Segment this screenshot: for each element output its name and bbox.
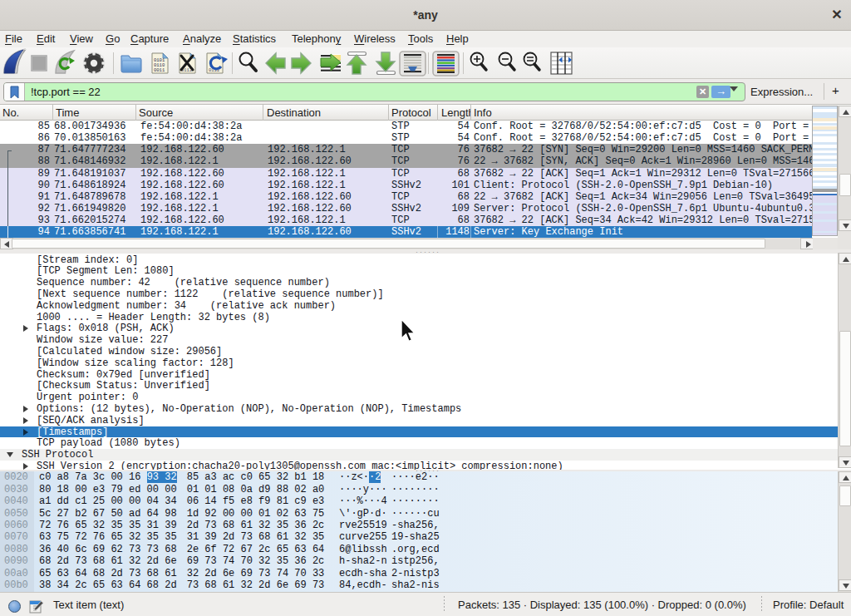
svg-text:0011: 0011 [154,67,165,73]
